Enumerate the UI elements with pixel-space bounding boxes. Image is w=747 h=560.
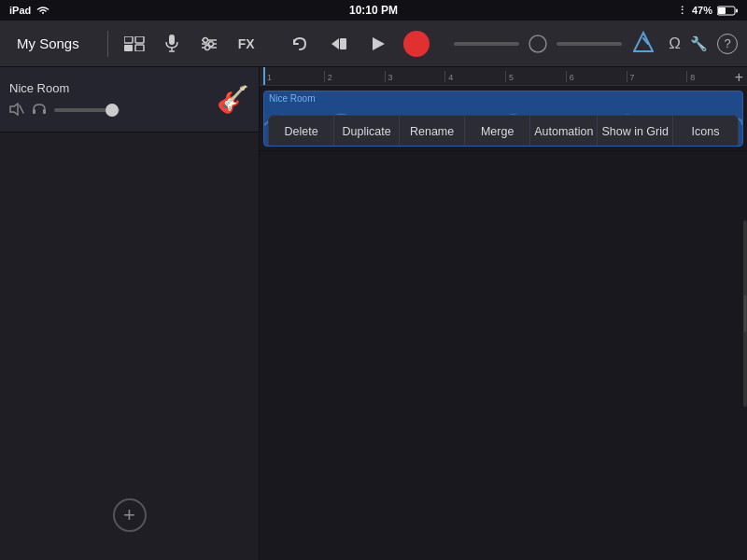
eq-button[interactable] [194, 29, 224, 59]
fx-button[interactable]: FX [232, 29, 261, 59]
svg-point-13 [203, 37, 207, 42]
volume-knob [106, 104, 119, 117]
ruler-mark-7: 7 [627, 71, 687, 82]
svg-rect-5 [124, 45, 133, 51]
undo-button[interactable] [286, 30, 314, 58]
automation-button[interactable]: Automation [530, 116, 598, 147]
sidebar: Nice Room [0, 67, 260, 560]
right-icons: Ω 🔧 ? [669, 34, 738, 54]
svg-rect-17 [340, 38, 346, 49]
level-slider[interactable] [454, 42, 519, 46]
circle-icon [527, 33, 549, 55]
metronome-icon [633, 31, 654, 53]
mic-icon [165, 35, 178, 53]
ruler-mark-6: 6 [566, 71, 627, 82]
track-name-label: Nice Room [9, 81, 217, 95]
instrument-icon[interactable]: 🎸 [217, 84, 249, 115]
rewind-icon [330, 35, 348, 53]
status-right: ⋮ 47% [677, 5, 738, 17]
delete-button[interactable]: Delete [269, 116, 334, 147]
show-in-grid-button[interactable]: Show in Grid [598, 116, 673, 147]
divider-1 [107, 31, 108, 57]
time-display: 10:10 PM [349, 4, 398, 17]
play-icon [369, 35, 388, 53]
main-area: Nice Room [0, 67, 747, 560]
solo-button[interactable] [32, 103, 47, 119]
add-track-button[interactable]: + [113, 498, 147, 532]
level-slider-2[interactable] [557, 42, 622, 46]
svg-rect-25 [43, 109, 46, 114]
svg-marker-18 [373, 37, 385, 50]
ruler-mark-5: 5 [505, 71, 566, 82]
add-icon: + [123, 503, 135, 527]
device-label: iPad [9, 5, 31, 16]
position-marker [263, 67, 265, 85]
svg-rect-6 [135, 45, 144, 51]
toolbar: My Songs FX [0, 21, 747, 67]
svg-marker-22 [10, 104, 18, 115]
fx-label: FX [238, 36, 255, 51]
eq-icon [200, 36, 218, 51]
svg-rect-2 [736, 8, 738, 12]
help-button[interactable]: ? [717, 34, 738, 54]
wifi-icon [36, 6, 49, 15]
svg-rect-3 [124, 36, 133, 43]
level-area [454, 33, 622, 55]
status-bar: iPad 10:10 PM ⋮ 47% [0, 0, 747, 21]
svg-rect-24 [33, 109, 35, 114]
scroll-handle[interactable] [744, 295, 747, 332]
undo-icon [290, 35, 309, 53]
track-info: Nice Room [9, 81, 217, 119]
track-region[interactable]: Nice Room Delete Duplicate Rename Merge [263, 91, 743, 147]
rename-button[interactable]: Rename [400, 116, 465, 147]
duplicate-button[interactable]: Duplicate [334, 116, 400, 147]
play-button[interactable] [364, 30, 392, 58]
wrench-button[interactable]: 🔧 [690, 35, 708, 52]
my-songs-button[interactable]: My Songs [9, 32, 87, 55]
headphone-icon [32, 103, 47, 116]
bluetooth-icon: ⋮ [677, 5, 687, 17]
battery-label: 47% [692, 5, 712, 16]
scroll-track [743, 220, 747, 407]
svg-rect-4 [135, 36, 144, 43]
record-button[interactable] [403, 31, 430, 57]
svg-point-19 [529, 35, 546, 52]
svg-marker-16 [331, 38, 339, 49]
context-menu: Delete Duplicate Rename Merge Automation [268, 115, 739, 147]
battery-icon [717, 6, 738, 16]
svg-marker-20 [634, 33, 653, 51]
svg-line-23 [20, 105, 23, 113]
transport-controls [286, 30, 430, 58]
rewind-button[interactable] [325, 30, 353, 58]
track-area: 1 2 3 4 5 6 7 8 + Nice Room Delete [260, 67, 747, 560]
mute-icon [9, 103, 24, 116]
svg-rect-7 [169, 35, 175, 45]
track-row: Nice Room [0, 67, 259, 133]
svg-rect-1 [718, 7, 726, 14]
svg-point-15 [204, 45, 209, 49]
ruler-mark-3: 3 [385, 71, 445, 82]
ruler-mark-1: 1 [263, 71, 324, 82]
ruler-marks: 1 2 3 4 5 6 7 8 [260, 71, 747, 82]
ruler-mark-4: 4 [444, 71, 505, 82]
track-view-icon [124, 36, 145, 51]
mute-button[interactable] [9, 103, 24, 119]
mic-button[interactable] [157, 29, 187, 59]
metronome-button[interactable] [633, 31, 654, 57]
ruler-mark-2: 2 [324, 71, 385, 82]
ruler: 1 2 3 4 5 6 7 8 + [260, 67, 747, 86]
headphones-button[interactable]: Ω [669, 35, 681, 53]
volume-slider[interactable] [54, 108, 120, 112]
merge-button[interactable]: Merge [465, 116, 530, 147]
icons-button[interactable]: Icons [673, 116, 738, 147]
track-view-button[interactable] [120, 29, 149, 59]
status-left: iPad [9, 5, 49, 16]
track-lane: Nice Room Delete Duplicate Rename Merge [260, 86, 747, 151]
track-controls [9, 103, 217, 119]
ruler-plus-button[interactable]: + [735, 69, 743, 86]
